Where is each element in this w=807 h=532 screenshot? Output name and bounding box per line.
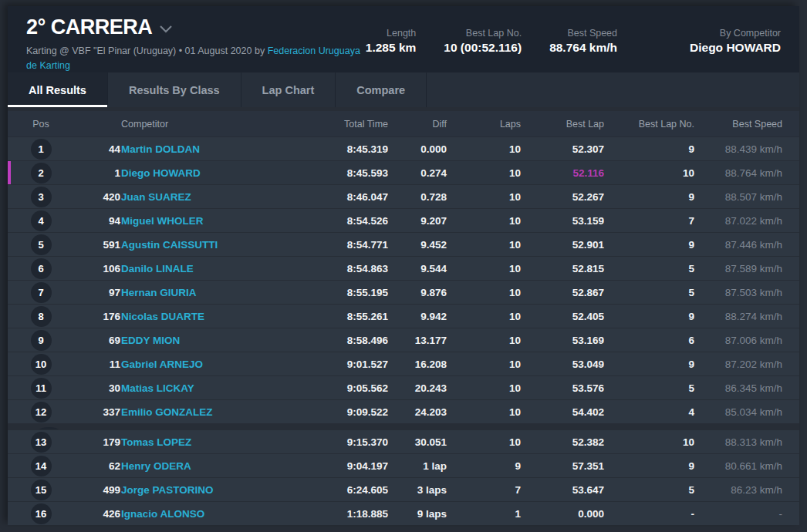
page-title: 2° CARRERA	[26, 15, 152, 39]
position-badge: 7	[31, 282, 52, 303]
best-lap-value: 52.307	[521, 143, 604, 155]
diff-value: 0.728	[388, 191, 447, 203]
table-row[interactable]: 13 179 Tomas LOPEZ 9:15.370 30.051 10 52…	[8, 430, 799, 453]
table-row[interactable]: 2 1 Diego HOWARD 8:45.593 0.274 10 52.11…	[8, 161, 799, 184]
race-header: 2° CARRERA Karting @ VBF "El Pinar (Urug…	[8, 6, 799, 72]
position-badge: 5	[31, 234, 52, 255]
diff-value: 9 laps	[388, 508, 447, 520]
col-best-speed: Best Speed	[694, 119, 799, 130]
competitor-link[interactable]: Ignacio ALONSO	[121, 508, 204, 520]
competitor-link[interactable]: Martin DOLDAN	[121, 143, 200, 155]
laps-value: 10	[447, 287, 521, 298]
kart-number: 94	[74, 215, 120, 227]
competitor-link[interactable]: Nicolas DUARTE	[121, 311, 204, 322]
best-speed-value: 80.661 km/h	[694, 460, 799, 472]
position-badge: 8	[31, 306, 52, 327]
best-lap-no-value: 6	[604, 335, 694, 346]
table-row[interactable]: 12 337 Emilio GONZALEZ 9:09.522 24.203 1…	[8, 400, 799, 423]
kart-number: 69	[74, 335, 120, 346]
position-badge: 14	[31, 456, 52, 476]
total-time: 8:58.496	[288, 335, 388, 346]
best-speed-value: -	[694, 508, 799, 520]
competitor-link[interactable]: Miguel WHOLER	[121, 215, 204, 227]
competitor-link[interactable]: Emilio GONZALEZ	[121, 406, 213, 418]
table-row[interactable]: 7 97 Hernan GIURIA 8:55.195 9.876 10 52.…	[8, 281, 799, 304]
competitor-link[interactable]: Matias LICKAY	[121, 382, 194, 394]
tab-lap-chart[interactable]: Lap Chart	[241, 72, 336, 107]
competitor-link[interactable]: Jorge PASTORINO	[121, 484, 214, 496]
stat-best-lap-no: Best Lap No. 10 (00:52.116)	[444, 28, 522, 55]
competitor-link[interactable]: Juan SUAREZ	[121, 191, 191, 203]
best-lap-value: 53.159	[521, 215, 604, 227]
competitor-link[interactable]: Hernan GIURIA	[121, 287, 197, 298]
table-row[interactable]: 16 426 Ignacio ALONSO 1:18.885 9 laps 1 …	[8, 502, 799, 525]
results-table-body: 1 44 Martin DOLDAN 8:45.319 0.000 10 52.…	[8, 137, 799, 525]
stat-by-competitor: By Competitor Diego HOWARD	[690, 28, 781, 55]
best-lap-value: 52.901	[521, 239, 604, 251]
table-row[interactable]: 15 499 Jorge PASTORINO 6:24.605 3 laps 7…	[8, 478, 799, 501]
best-lap-no-value: 9	[604, 191, 694, 203]
total-time: 6:24.605	[288, 484, 388, 496]
best-speed-value: 88.313 km/h	[694, 436, 799, 448]
table-row[interactable]: 4 94 Miguel WHOLER 8:54.526 9.207 10 53.…	[8, 209, 799, 232]
table-row[interactable]: 9 69 EDDY MION 8:58.496 13.177 10 53.169…	[8, 328, 799, 352]
competitor-link[interactable]: Diego HOWARD	[121, 167, 201, 179]
best-speed-value: 86.23 km/h	[694, 484, 799, 496]
best-speed-value: 87.202 km/h	[694, 359, 799, 370]
race-info: 2° CARRERA Karting @ VBF "El Pinar (Urug…	[26, 15, 366, 65]
competitor-link[interactable]: Tomas LOPEZ	[121, 436, 191, 448]
diff-value: 16.208	[388, 359, 447, 370]
best-speed-value: 87.006 km/h	[694, 335, 799, 346]
competitor-link[interactable]: Henry ODERA	[121, 460, 191, 472]
table-row[interactable]: 8 176 Nicolas DUARTE 8:55.261 9.942 10 5…	[8, 305, 799, 328]
table-row[interactable]: 11 30 Matias LICKAY 9:05.562 20.243 10 5…	[8, 376, 799, 399]
table-row[interactable]: 3 420 Juan SUAREZ 8:46.047 0.728 10 52.2…	[8, 185, 799, 208]
best-speed-value: 88.439 km/h	[694, 143, 799, 155]
competitor-link[interactable]: Gabriel ARNEJO	[121, 359, 203, 370]
kart-number: 591	[74, 239, 120, 251]
best-lap-value: 57.351	[521, 460, 604, 472]
event-meta: Karting @ VBF "El Pinar (Uruguay) • 01 A…	[26, 44, 366, 74]
best-lap-no-value: 9	[604, 311, 694, 322]
best-lap-no-value: 9	[604, 239, 694, 251]
table-row[interactable]: 5 591 Agustin CAISSUTTI 8:54.771 9.452 1…	[8, 233, 799, 256]
race-stats: Length 1.285 km Best Lap No. 10 (00:52.1…	[366, 15, 781, 65]
competitor-link[interactable]: Agustin CAISSUTTI	[121, 239, 218, 251]
best-lap-value: 54.402	[521, 406, 604, 418]
total-time: 9:09.522	[288, 406, 388, 418]
laps-value: 10	[447, 359, 521, 370]
best-speed-value: 88.274 km/h	[694, 311, 799, 322]
best-speed-value: 87.446 km/h	[694, 239, 799, 251]
diff-value: 3 laps	[388, 484, 447, 496]
kart-number: 1	[74, 167, 120, 179]
position-badge: 6	[31, 258, 52, 279]
table-row[interactable]: 14 62 Henry ODERA 9:04.197 1 lap 9 57.35…	[8, 454, 799, 477]
table-row[interactable]: 1 44 Martin DOLDAN 8:45.319 0.000 10 52.…	[8, 137, 799, 160]
table-header: Pos Competitor Total Time Diff Laps Best…	[8, 111, 799, 136]
diff-value: 9.544	[388, 263, 447, 274]
total-time: 8:54.863	[288, 263, 388, 274]
competitor-link[interactable]: EDDY MION	[121, 335, 180, 346]
best-speed-value: 88.764 km/h	[694, 167, 799, 179]
kart-number: 179	[74, 436, 120, 448]
tab-compare[interactable]: Compare	[336, 72, 427, 107]
best-lap-no-value: 7	[604, 215, 694, 227]
total-time: 8:54.526	[288, 215, 388, 227]
diff-value: 9.452	[388, 239, 447, 251]
competitor-link[interactable]: Danilo LINALE	[121, 263, 194, 274]
tab-all-results[interactable]: All Results	[8, 72, 108, 107]
position-badge: 12	[31, 402, 52, 423]
chevron-down-icon[interactable]	[160, 25, 172, 33]
total-time: 1:18.885	[288, 508, 388, 520]
table-row[interactable]: 10 11 Gabriel ARNEJO 9:01.527 16.208 10 …	[8, 352, 799, 375]
diff-value: 1 lap	[388, 460, 447, 472]
total-time: 9:05.562	[288, 382, 388, 394]
best-lap-no-value: 9	[604, 143, 694, 155]
event-meta-text: Karting @ VBF "El Pinar (Uruguay) • 01 A…	[26, 45, 268, 56]
col-best-lap: Best Lap	[521, 119, 604, 130]
best-lap-no-value: 5	[604, 484, 694, 496]
diff-value: 0.274	[388, 167, 447, 179]
table-row[interactable]: 6 106 Danilo LINALE 8:54.863 9.544 10 52…	[8, 257, 799, 280]
best-lap-no-value: 10	[604, 167, 694, 179]
tab-results-by-class[interactable]: Results By Class	[108, 72, 241, 107]
